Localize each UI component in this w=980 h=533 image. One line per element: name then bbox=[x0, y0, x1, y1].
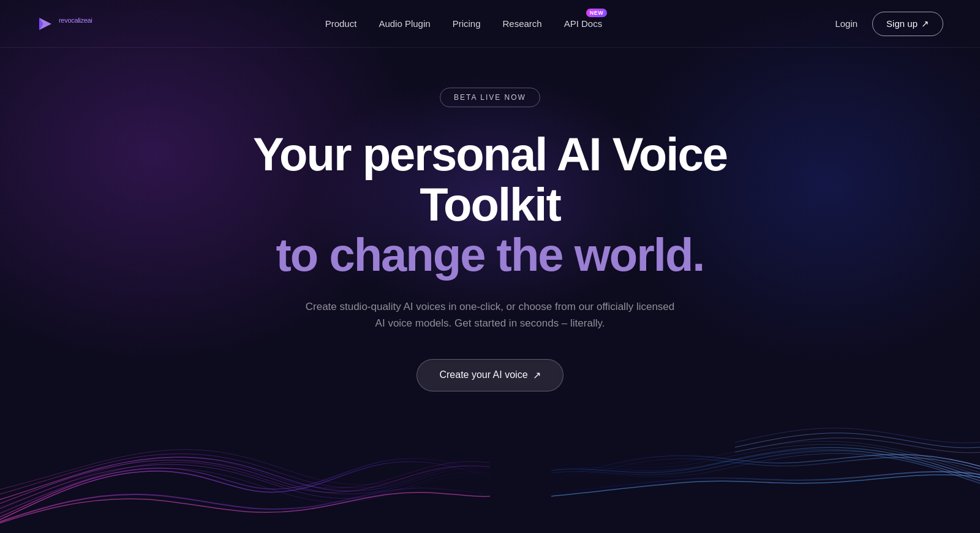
new-badge: NEW bbox=[586, 9, 608, 17]
nav-actions: Login Sign up ↗ bbox=[835, 12, 943, 36]
logo[interactable]: revocalizeai bbox=[37, 15, 92, 32]
hero-section: BETA LIVE NOW Your personal AI Voice Too… bbox=[0, 48, 980, 391]
nav-item-api-docs[interactable]: API Docs NEW bbox=[564, 18, 603, 29]
login-button[interactable]: Login bbox=[835, 18, 858, 29]
hero-subtitle: Create studio-quality AI voices in one-c… bbox=[300, 298, 680, 331]
navigation: revocalizeai Product Audio Plugin Pricin… bbox=[0, 0, 980, 48]
cta-button[interactable]: Create your AI voice ↗ bbox=[417, 359, 563, 391]
nav-item-audio-plugin[interactable]: Audio Plugin bbox=[379, 18, 430, 29]
signup-button[interactable]: Sign up ↗ bbox=[872, 12, 943, 36]
beta-badge: BETA LIVE NOW bbox=[440, 88, 540, 107]
nav-links: Product Audio Plugin Pricing Research AP… bbox=[325, 18, 603, 29]
arrow-icon: ↗ bbox=[921, 18, 929, 29]
hero-title-line2: to change the world. bbox=[214, 230, 766, 280]
nav-item-pricing[interactable]: Pricing bbox=[453, 18, 481, 29]
cta-arrow-icon: ↗ bbox=[533, 369, 541, 381]
hero-title-line1: Your personal AI Voice Toolkit bbox=[214, 129, 766, 230]
revocalize-logo-icon bbox=[37, 15, 54, 32]
nav-item-product[interactable]: Product bbox=[325, 18, 357, 29]
hero-title: Your personal AI Voice Toolkit to change… bbox=[214, 129, 766, 280]
nav-item-research[interactable]: Research bbox=[502, 18, 541, 29]
logo-text: revocalizeai bbox=[59, 17, 92, 31]
